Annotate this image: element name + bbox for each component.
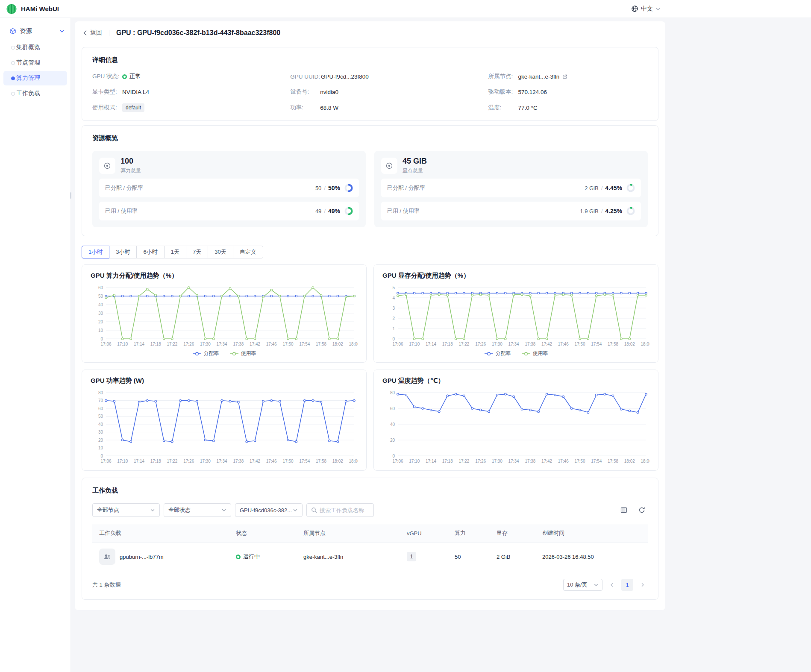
chevron-right-icon[interactable] [638, 579, 648, 591]
workload-search-input[interactable] [320, 507, 369, 514]
tab-7d[interactable]: 7天 [186, 246, 208, 258]
status-running-icon [236, 555, 241, 559]
back-button[interactable]: 返回 [82, 29, 102, 37]
tab-6h[interactable]: 6小时 [136, 246, 164, 258]
svg-text:17:22: 17:22 [167, 459, 177, 464]
tab-custom[interactable]: 自定义 [233, 246, 263, 258]
gpu-filter-select[interactable]: GPU-f9cd036c-382... [235, 503, 303, 517]
chevron-left-icon[interactable] [607, 579, 617, 591]
svg-text:17:42: 17:42 [250, 459, 260, 464]
svg-text:18:02: 18:02 [332, 459, 343, 464]
sidebar-item-label: 集群概览 [16, 44, 40, 51]
node-link[interactable]: gke-kant...e-3fln [518, 73, 560, 80]
vgpu-badge: 1 [407, 552, 416, 561]
memory-total-label: 显存总量 [403, 167, 427, 174]
svg-text:17:50: 17:50 [283, 342, 294, 346]
tab-3h[interactable]: 3小时 [109, 246, 137, 258]
sidebar-item-workloads[interactable]: 工作负载 [3, 86, 67, 101]
svg-text:17:38: 17:38 [233, 459, 244, 464]
tab-1d[interactable]: 1天 [164, 246, 186, 258]
svg-text:18:02: 18:02 [624, 459, 635, 464]
donut-chart [626, 184, 635, 192]
compute-used-row: 已用 / 使用率 49 / 49% [99, 202, 359, 220]
tab-1h[interactable]: 1小时 [82, 246, 109, 258]
svg-text:60: 60 [98, 285, 103, 290]
watermelon-logo [6, 3, 17, 15]
svg-text:80: 80 [98, 390, 103, 395]
svg-text:5: 5 [392, 285, 395, 290]
node-filter-select[interactable]: 全部节点 [92, 503, 160, 517]
sidebar-item-node-management[interactable]: 节点管理 [3, 56, 67, 70]
svg-text:4: 4 [392, 296, 395, 300]
temperature-trend-chart[interactable]: 02040608017:0617:1017:1417:1817:2217:261… [382, 389, 649, 465]
chevron-down-icon [221, 508, 226, 513]
refresh-button[interactable] [636, 504, 648, 516]
legend-item-usage[interactable]: 使用率 [521, 350, 548, 357]
svg-text:60: 60 [390, 406, 395, 411]
external-link-icon[interactable] [562, 74, 567, 79]
sidebar-group-label: 资源 [20, 27, 32, 35]
svg-text:17:22: 17:22 [458, 342, 469, 346]
legend-label: 使用率 [533, 350, 548, 357]
column-settings-button[interactable] [618, 504, 630, 516]
svg-text:50: 50 [98, 414, 103, 419]
svg-text:2: 2 [392, 316, 395, 321]
chart-title: GPU 温度趋势（℃） [382, 377, 649, 385]
legend-item-alloc[interactable]: 分配率 [484, 350, 511, 357]
svg-text:17:42: 17:42 [250, 342, 260, 346]
donut-chart [344, 184, 353, 192]
svg-text:18:06: 18:06 [641, 459, 649, 464]
detail-card-title: 详细信息 [92, 56, 648, 64]
field-gpu-uuid: GPU UUID: GPU-f9cd...23f800 [290, 73, 475, 80]
page-size-select[interactable]: 10 条/页 [563, 579, 602, 591]
status-filter-select[interactable]: 全部状态 [164, 503, 231, 517]
memory-total-value: 45 GiB [403, 157, 427, 166]
main-content: 返回 GPU : GPU-f9cd036c-382f-b13d-443f-8ba… [71, 18, 811, 672]
sidebar-item-label: 工作负载 [16, 90, 40, 97]
svg-text:18:06: 18:06 [641, 342, 649, 346]
language-label: 中文 [641, 5, 653, 13]
workload-avatar-icon [99, 549, 115, 565]
workload-name[interactable]: gpuburn-...-lb77m [120, 554, 164, 560]
memory-trend-chart[interactable]: 01234517:0617:1017:1417:1817:2217:2617:3… [382, 284, 649, 348]
svg-text:17:06: 17:06 [392, 342, 403, 346]
svg-text:18:06: 18:06 [349, 342, 358, 346]
svg-text:70: 70 [98, 398, 103, 403]
field-temperature: 温度: 77.0 °C [488, 103, 648, 112]
svg-text:17:30: 17:30 [492, 342, 502, 346]
table-row[interactable]: gpuburn-...-lb77m 运行中 gke-kant...e-3fln … [92, 543, 648, 571]
workload-memory: 2 GiB [492, 548, 538, 566]
sidebar-item-cluster-overview[interactable]: 集群概览 [3, 40, 67, 55]
svg-text:17:58: 17:58 [316, 342, 326, 346]
svg-text:10: 10 [98, 328, 103, 333]
page-number-button[interactable]: 1 [621, 579, 633, 591]
svg-text:17:30: 17:30 [200, 342, 211, 346]
svg-text:17:10: 17:10 [409, 342, 420, 346]
chart-card-compute-trend: GPU 算力分配/使用趋势（%） 010203040506017:0617:10… [82, 264, 367, 363]
field-gpu-type: 显卡类型: NVIDIA L4 [92, 88, 277, 96]
svg-text:17:42: 17:42 [541, 459, 552, 464]
sidebar-resize-handle[interactable] [70, 192, 71, 199]
svg-text:30: 30 [98, 311, 103, 316]
tab-30d[interactable]: 30天 [208, 246, 233, 258]
compute-trend-chart[interactable]: 010203040506017:0617:1017:1417:1817:2217… [91, 284, 358, 348]
svg-text:17:46: 17:46 [558, 342, 569, 346]
svg-text:18:06: 18:06 [349, 459, 358, 464]
sidebar-item-compute-management[interactable]: 算力管理 [3, 71, 67, 85]
overview-card: 资源概览 100 算力总量 已分配 [82, 125, 658, 236]
field-node: 所属节点: gke-kant...e-3fln [488, 73, 648, 80]
svg-text:80: 80 [390, 390, 395, 395]
legend-label: 分配率 [204, 350, 219, 357]
detail-grid: GPU 状态: 正常 GPU UUID: GPU-f9cd...23f800 所… [92, 73, 648, 112]
back-arrow-icon [82, 29, 88, 36]
legend-item-usage[interactable]: 使用率 [229, 350, 256, 357]
power-trend-chart[interactable]: 0102030405060708017:0617:1017:1417:1817:… [91, 389, 358, 465]
workload-node: gke-kant...e-3fln [299, 548, 403, 566]
sidebar-group-resources[interactable]: 资源 [0, 24, 71, 38]
memory-total-icon [381, 158, 397, 174]
legend-item-alloc[interactable]: 分配率 [192, 350, 219, 357]
svg-text:17:34: 17:34 [508, 459, 519, 464]
svg-text:17:30: 17:30 [200, 459, 211, 464]
sidebar-item-label: 节点管理 [16, 59, 40, 67]
language-selector[interactable]: 中文 [631, 5, 661, 13]
